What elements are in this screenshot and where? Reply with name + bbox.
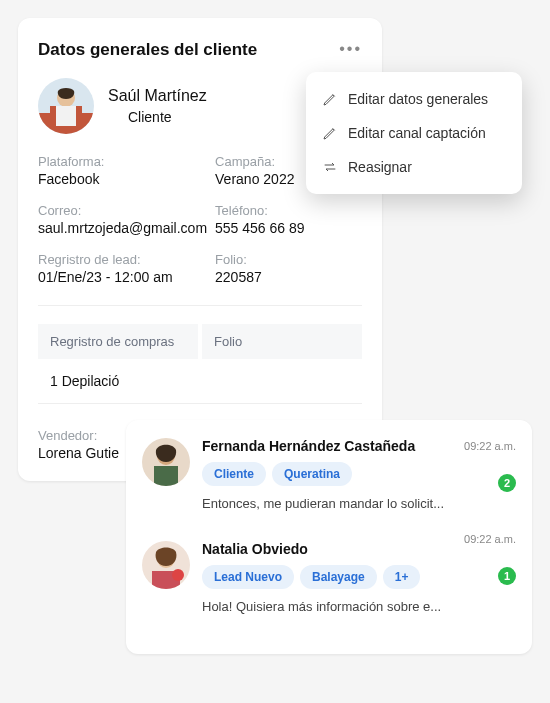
unread-badge: 2 (498, 474, 516, 492)
value-email: saul.mrtzojeda@gmail.com (38, 220, 207, 236)
tag[interactable]: Balayage (300, 565, 377, 589)
purchases-table-header: Regristro de compras Folio (38, 324, 362, 359)
menu-item-edit-channel[interactable]: Editar canal captación (306, 116, 522, 150)
tag-list: Cliente Queratina (202, 462, 516, 486)
avatar (142, 541, 190, 589)
label-lead: Regristro de lead: (38, 252, 207, 267)
pencil-icon (322, 125, 338, 141)
label-folio: Folio: (215, 252, 362, 267)
field-platform: Plataforma: Facebook (38, 154, 207, 187)
pencil-icon (322, 91, 338, 107)
table-row[interactable]: 1 Depilació (38, 359, 362, 404)
menu-label: Editar canal captación (348, 125, 486, 141)
field-lead: Regristro de lead: 01/Ene/23 - 12:00 am (38, 252, 207, 285)
conversations-card: Fernanda Hernández Castañeda Cliente Que… (126, 420, 532, 654)
conversation-item[interactable]: Natalia Obviedo Lead Nuevo Balayage 1+ H… (142, 531, 516, 634)
context-menu: Editar datos generales Editar canal capt… (306, 72, 522, 194)
tag[interactable]: Queratina (272, 462, 352, 486)
swap-icon (322, 159, 338, 175)
status-label: Cliente (128, 109, 172, 125)
avatar (142, 438, 190, 486)
field-email: Correo: saul.mrtzojeda@gmail.com (38, 203, 207, 236)
message-preview: Entonces, me pudieran mandar lo solicit.… (202, 496, 516, 511)
tag[interactable]: Lead Nuevo (202, 565, 294, 589)
timestamp: 09:22 a.m. (464, 440, 516, 452)
unread-badge: 1 (498, 567, 516, 585)
value-folio: 220587 (215, 269, 362, 285)
col-folio: Folio (202, 324, 362, 359)
svg-rect-8 (154, 466, 178, 486)
tag-list: Lead Nuevo Balayage 1+ (202, 565, 516, 589)
svg-point-12 (172, 569, 184, 581)
label-phone: Teléfono: (215, 203, 362, 218)
status-indicator-icon (108, 110, 122, 124)
menu-label: Reasignar (348, 159, 412, 175)
client-identity: Saúl Martínez Cliente (108, 87, 207, 125)
value-phone: 555 456 66 89 (215, 220, 362, 236)
tag-more[interactable]: 1+ (383, 565, 421, 589)
tag[interactable]: Cliente (202, 462, 266, 486)
card-title: Datos generales del cliente (38, 40, 362, 60)
status-row: Cliente (108, 109, 207, 125)
conversation-content: Natalia Obviedo Lead Nuevo Balayage 1+ H… (202, 541, 516, 614)
svg-rect-3 (54, 106, 78, 126)
label-platform: Plataforma: (38, 154, 207, 169)
client-name: Saúl Martínez (108, 87, 207, 105)
field-folio: Folio: 220587 (215, 252, 362, 285)
menu-label: Editar datos generales (348, 91, 488, 107)
value-platform: Facebook (38, 171, 207, 187)
cell-purchase: 1 Depilació (50, 373, 200, 389)
menu-item-edit-general[interactable]: Editar datos generales (306, 82, 522, 116)
value-lead: 01/Ene/23 - 12:00 am (38, 269, 207, 285)
conversation-item[interactable]: Fernanda Hernández Castañeda Cliente Que… (142, 438, 516, 531)
field-phone: Teléfono: 555 456 66 89 (215, 203, 362, 236)
cell-folio (200, 373, 350, 389)
svg-rect-4 (50, 106, 56, 126)
label-email: Correo: (38, 203, 207, 218)
menu-item-reassign[interactable]: Reasignar (306, 150, 522, 184)
col-purchases: Regristro de compras (38, 324, 198, 359)
more-button[interactable]: ••• (339, 40, 362, 58)
message-preview: Hola! Quisiera más información sobre e..… (202, 599, 516, 614)
divider (38, 305, 362, 306)
timestamp: 09:22 a.m. (464, 533, 516, 545)
svg-rect-5 (76, 106, 82, 126)
avatar (38, 78, 94, 134)
